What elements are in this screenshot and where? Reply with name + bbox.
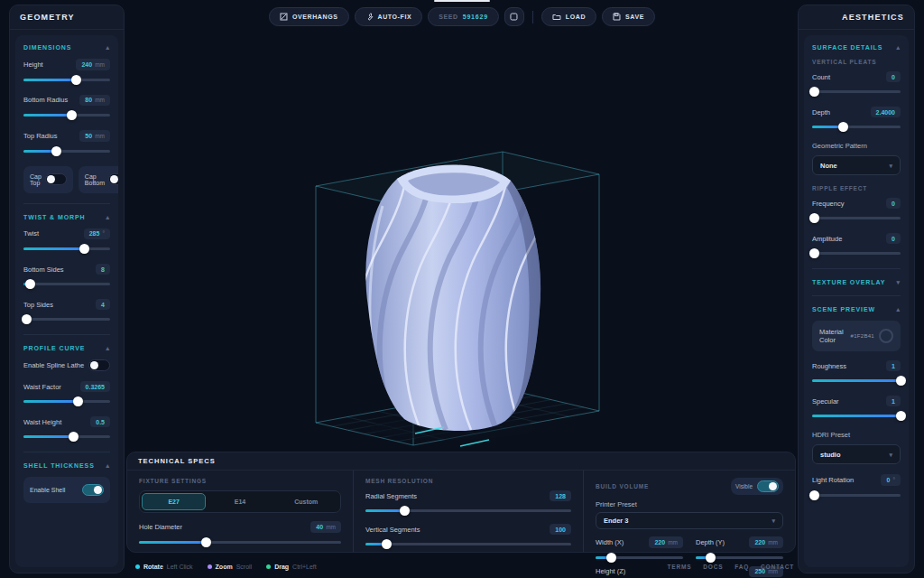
footer-link-docs[interactable]: DOCS <box>703 564 723 570</box>
ripple-frequency-slider[interactable] <box>812 213 901 223</box>
section-surface-details[interactable]: SURFACE DETAILS <box>812 44 901 51</box>
vertical-segments-slider[interactable] <box>365 539 571 549</box>
slider-thumb[interactable] <box>201 537 211 547</box>
value-badge: 0.5 <box>90 416 110 427</box>
vase-model[interactable] <box>329 164 558 431</box>
tab-e27[interactable]: E27 <box>142 493 206 510</box>
top-radius-slider[interactable] <box>23 146 110 156</box>
randomize-seed-button[interactable] <box>504 7 524 26</box>
slider-thumb[interactable] <box>22 314 32 324</box>
material-color-row[interactable]: Material Color #1F2B41 <box>812 321 901 351</box>
cap-top-toggle[interactable] <box>45 173 67 185</box>
section-twist-morph[interactable]: TWIST & MORPH <box>23 214 110 220</box>
slider-top-sides: Top Sides 4 <box>23 299 110 324</box>
autofix-button[interactable]: AUTO-FIX <box>354 7 422 26</box>
light-rotation-slider[interactable] <box>812 490 901 500</box>
section-scene-preview[interactable]: SCENE PREVIEW <box>812 306 901 312</box>
footer-link-terms[interactable]: TERMS <box>668 564 692 570</box>
bottom-sides-slider[interactable] <box>23 279 110 289</box>
tab-custom[interactable]: Custom <box>274 493 338 510</box>
slider-thumb[interactable] <box>809 213 819 223</box>
slider-waist-factor: Waist Factor 0.3265 <box>23 381 110 406</box>
value-badge: 220mm <box>749 536 783 548</box>
enable-shell-toggle[interactable] <box>82 484 104 496</box>
footer-link-faq[interactable]: FAQ <box>735 564 749 570</box>
hole-diameter-slider[interactable] <box>139 537 341 547</box>
technical-specs-title: TECHNICAL SPECS <box>127 452 795 471</box>
slider-thumb[interactable] <box>809 248 819 258</box>
cap-bottom-toggle[interactable] <box>108 173 118 185</box>
slider-thumb[interactable] <box>606 553 616 563</box>
divider <box>23 203 110 204</box>
slider-thumb[interactable] <box>809 87 819 97</box>
overhangs-button[interactable]: OVERHANGS <box>269 7 349 26</box>
spline-lathe-toggle[interactable] <box>88 359 110 371</box>
slider-thumb[interactable] <box>79 244 89 254</box>
section-profile-curve[interactable]: PROFILE CURVE <box>23 345 110 351</box>
slider-thumb[interactable] <box>67 110 77 120</box>
roughness-slider[interactable] <box>812 376 901 386</box>
waist-factor-slider[interactable] <box>23 396 110 406</box>
dice-icon <box>510 13 518 21</box>
mesh-resolution-column: MESH RESOLUTION Radial Segments 128 Vert… <box>353 471 583 552</box>
radial-segments-slider[interactable] <box>365 506 571 516</box>
section-dimensions[interactable]: DIMENSIONS <box>23 44 110 51</box>
waist-height-slider[interactable] <box>23 432 110 442</box>
geometric-pattern-select[interactable]: None <box>812 155 901 175</box>
slider-thumb[interactable] <box>896 376 906 386</box>
cap-top-toggle-card[interactable]: Cap Top <box>23 166 73 193</box>
pleat-count-slider[interactable] <box>812 87 901 97</box>
section-texture-overlay[interactable]: TEXTURE OVERLAY <box>812 279 901 285</box>
height-slider[interactable] <box>23 75 110 85</box>
technical-specs-panel: TECHNICAL SPECS FIXTURE SETTINGS E27 E14… <box>126 452 796 553</box>
footer-link-contact[interactable]: CONTACT <box>761 564 794 570</box>
slider-bottom-sides: Bottom Sides 8 <box>23 264 110 289</box>
slider-label: Hole Diameter <box>139 523 182 531</box>
cap-bottom-toggle-card[interactable]: Cap Bottom <box>79 166 118 193</box>
seed-field[interactable]: SEED 591629 <box>428 7 499 26</box>
save-button[interactable]: SAVE <box>602 7 655 26</box>
slider-label: Height (Z) <box>596 567 625 575</box>
printer-preset-select[interactable]: Ender 3 <box>596 512 783 529</box>
slider-waist-height: Waist Height 0.5 <box>23 416 110 442</box>
slider-thumb[interactable] <box>51 146 61 156</box>
top-sides-slider[interactable] <box>23 314 110 324</box>
visible-toggle[interactable] <box>757 480 779 492</box>
slider-thumb[interactable] <box>896 411 906 421</box>
slider-label: Depth <box>812 108 830 117</box>
twist-slider[interactable] <box>23 244 110 254</box>
slider-thumb[interactable] <box>706 553 716 563</box>
slider-thumb[interactable] <box>25 279 35 289</box>
slider-thumb[interactable] <box>382 539 392 549</box>
divider <box>23 452 110 452</box>
width-x-slider[interactable] <box>596 553 683 563</box>
value-badge: 80mm <box>79 95 110 107</box>
slider-ripple-frequency: Frequency 0 <box>812 198 901 223</box>
slider-bottom-radius: Bottom Radius 80mm <box>23 95 110 121</box>
wrench-icon <box>365 13 373 21</box>
hdri-preset-select[interactable]: studio <box>812 444 901 464</box>
value-badge: 4 <box>96 299 110 310</box>
load-button[interactable]: LOAD <box>541 7 596 26</box>
material-color-swatch[interactable] <box>879 329 893 343</box>
slider-label: Count <box>812 73 830 81</box>
enable-shell-card[interactable]: Enable Shell <box>23 477 110 503</box>
depth-y-slider[interactable] <box>696 553 783 563</box>
subsection-vertical-pleats: VERTICAL PLEATS <box>812 59 901 65</box>
slider-thumb[interactable] <box>73 396 83 406</box>
slider-thumb[interactable] <box>838 122 848 132</box>
specular-slider[interactable] <box>812 411 901 421</box>
slider-thumb[interactable] <box>400 506 410 516</box>
ripple-amplitude-slider[interactable] <box>812 248 901 258</box>
value-badge: 100 <box>550 524 571 535</box>
pleat-depth-slider[interactable] <box>812 122 901 132</box>
tab-e14[interactable]: E14 <box>208 493 272 510</box>
slider-thumb[interactable] <box>69 432 79 442</box>
value-badge: 50mm <box>79 130 110 142</box>
slider-thumb[interactable] <box>71 75 81 85</box>
mesh-resolution-title: MESH RESOLUTION <box>365 478 571 484</box>
section-shell-thickness[interactable]: SHELL THICKNESS <box>23 462 110 469</box>
viewport-3d[interactable] <box>128 25 796 450</box>
bottom-radius-slider[interactable] <box>23 110 110 120</box>
slider-thumb[interactable] <box>809 490 819 500</box>
